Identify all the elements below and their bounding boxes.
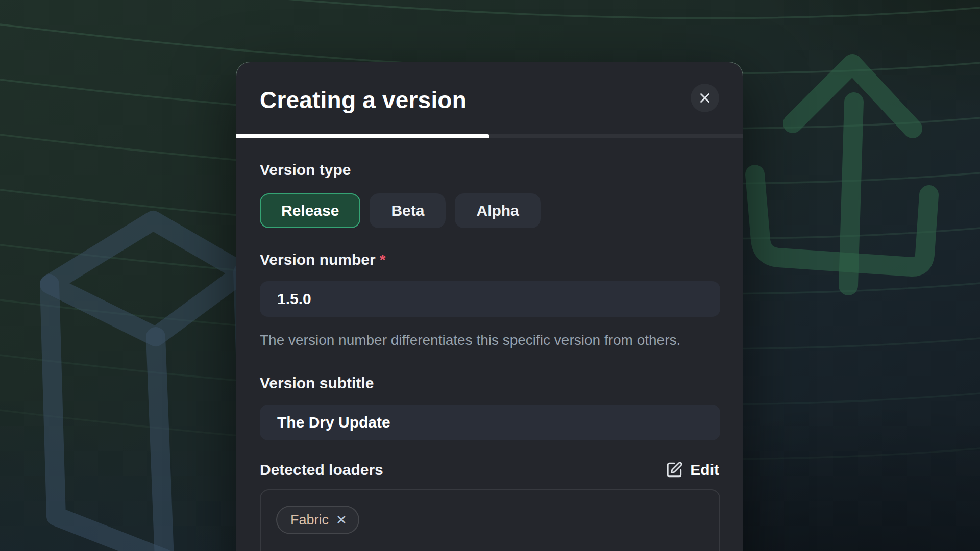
edit-label: Edit [690,461,719,479]
version-type-options: Release Beta Alpha [260,193,719,228]
remove-loader-icon[interactable]: ✕ [336,513,347,527]
dialog-title: Creating a version [260,88,467,112]
version-type-option-beta[interactable]: Beta [370,193,446,228]
cube-icon [50,220,251,551]
version-number-hint: The version number differentiates this s… [260,329,704,352]
progress-bar [236,134,743,138]
dialog-header: Creating a version [236,62,743,112]
upload-icon [755,64,929,286]
version-subtitle-label: Version subtitle [260,374,719,392]
detected-loaders-header: Detected loaders Edit [260,461,719,479]
edit-icon [666,461,683,479]
version-number-input[interactable] [260,281,720,317]
version-type-label: Version type [260,161,719,179]
progress-fill [236,134,489,138]
version-type-option-alpha[interactable]: Alpha [455,193,540,228]
detected-loaders-box: Fabric ✕ [260,489,720,551]
close-icon [697,90,713,106]
create-version-dialog: Creating a version Version type Release … [236,62,743,551]
detected-loaders-label: Detected loaders [260,461,383,479]
loader-tag-label: Fabric [290,512,329,528]
required-asterisk: * [380,251,386,268]
version-subtitle-input[interactable] [260,405,720,440]
loader-tag-fabric: Fabric ✕ [276,506,359,534]
version-number-label: Version number* [260,251,719,269]
version-type-option-release[interactable]: Release [260,193,360,228]
edit-loaders-button[interactable]: Edit [666,461,719,479]
close-button[interactable] [691,84,719,112]
dialog-body: Version type Release Beta Alpha Version … [236,138,743,551]
